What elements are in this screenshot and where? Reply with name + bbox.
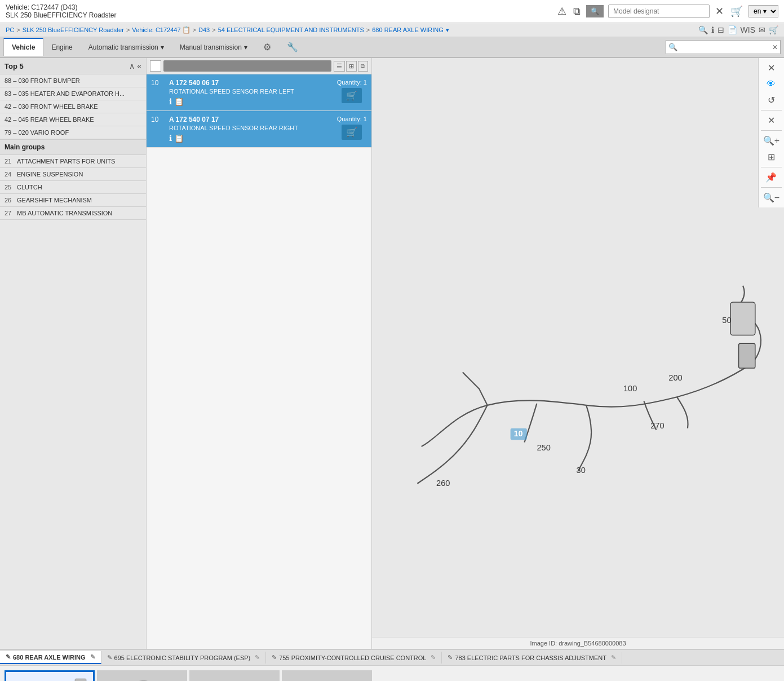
top5-item-0[interactable]: 88 – 030 FRONT BUMPER (0, 74, 146, 87)
vehicle-copy-icon[interactable]: 📋 (182, 26, 191, 34)
mail-btn[interactable]: ✉ (759, 25, 765, 34)
part-item-0[interactable]: 10 A 172 540 06 17 ROTATIONAL SPEED SENS… (147, 74, 371, 111)
main-group-item-1[interactable]: 24ENGINE SUSPENSION (0, 168, 146, 181)
breadcrumb-d43[interactable]: D43 (198, 26, 210, 33)
main-group-item-0[interactable]: 21ATTACHMENT PARTS FOR UNITS (0, 155, 146, 168)
pin-btn[interactable]: 📌 (761, 170, 782, 185)
group-name-2: CLUTCH (17, 184, 42, 191)
part-title-bar (163, 60, 331, 72)
bottom-tab-close-3[interactable]: ✎ (611, 654, 616, 661)
tab-vehicle[interactable]: Vehicle (3, 38, 43, 56)
diagram-area: 10 30 50 100 200 250 260 270 10 ✕ 👁 ↺ ✕ (372, 58, 784, 637)
top5-item-1[interactable]: 83 – 035 HEATER AND EVAPORATOR H... (0, 87, 146, 100)
group-num-4: 27 (5, 210, 17, 216)
part-item-1[interactable]: 10 A 172 540 07 17 ROTATIONAL SPEED SENS… (147, 111, 371, 148)
breadcrumb-rear-axle[interactable]: 680 REAR AXLE WIRING ▾ (372, 26, 449, 34)
breadcrumb-vehicle-model[interactable]: SLK 250 BlueEFFICIENCY Roadster (23, 26, 124, 33)
group-name-3: GEARSHIFT MECHANISM (17, 197, 92, 204)
breadcrumb-pc[interactable]: PC (6, 26, 14, 33)
tab-automatic-transmission[interactable]: Automatic transmission ▾ (81, 39, 172, 56)
list-view-btn[interactable]: ☰ (334, 61, 345, 72)
top5-minimize-btn[interactable]: « (137, 61, 141, 70)
center-panel: ☰ ⊞ ⧉ 10 A 172 540 06 17 ROTATIONAL SPEE… (147, 58, 372, 649)
bottom-tab-label-2: 755 PROXIMITY-CONTROLLED CRUISE CONTROL (279, 655, 426, 661)
top5-collapse-btn[interactable]: ∧ (129, 61, 135, 70)
search-clear-btn[interactable]: ✕ (714, 4, 725, 19)
expand-btn[interactable]: ⊞ (761, 149, 782, 165)
thumbnail-1[interactable] (97, 670, 187, 681)
top5-item-2[interactable]: 42 – 030 FRONT WHEEL BRAKE (0, 100, 146, 113)
group-num-1: 24 (5, 171, 17, 178)
bottom-tab-close-1[interactable]: ✎ (255, 654, 260, 661)
cart-tool-btn[interactable]: 🛒 (769, 25, 778, 34)
bottom-tab-1[interactable]: ✎ 695 ELECTRONIC STABILITY PROGRAM (ESP)… (101, 652, 267, 664)
zoom-in-btn[interactable]: 🔍 (698, 25, 708, 34)
group-name-1: ENGINE SUSPENSION (17, 171, 83, 178)
zoom-out-diagram-btn[interactable]: 🔍− (761, 190, 782, 205)
bottom-tab-0[interactable]: ✎ 680 REAR AXLE WIRING ✎ (0, 651, 101, 664)
tab-engine[interactable]: Engine (43, 39, 80, 56)
wis-btn[interactable]: WIS (741, 25, 755, 34)
tab-icon2-btn[interactable]: 🔧 (279, 37, 306, 57)
breadcrumb-electrical[interactable]: 54 ELECTRICAL EQUIPMENT AND INSTRUMENTS (218, 26, 364, 33)
part-doc-btn-0[interactable]: 📋 (174, 97, 184, 106)
part-info-btn-0[interactable]: ℹ (169, 97, 172, 106)
breadcrumb-vehicle-id[interactable]: Vehicle: C172447 (132, 26, 180, 33)
top5-item-4[interactable]: 79 – 020 VARIO ROOF (0, 126, 146, 139)
cross-btn[interactable]: ✕ (761, 113, 782, 128)
warning-icon-btn[interactable]: ⚠ (556, 4, 568, 19)
main-layout: Top 5 ∧ « 88 – 030 FRONT BUMPER83 – 035 … (0, 58, 784, 649)
top5-controls: ∧ « (129, 61, 141, 70)
part-code-1: A 172 540 07 17 (169, 116, 333, 123)
top5-item-3[interactable]: 42 – 045 REAR WHEEL BRAKE (0, 113, 146, 126)
part-info-btn-1[interactable]: ℹ (169, 134, 172, 143)
zoom-in-diagram-btn[interactable]: 🔍+ (761, 133, 782, 148)
history-btn[interactable]: ↺ (761, 92, 782, 108)
label-260: 260 (436, 479, 450, 488)
tab-icon1-btn[interactable]: ⚙ (255, 37, 279, 57)
tab-manual-transmission[interactable]: Manual transmission ▾ (172, 39, 255, 56)
tab-search-input[interactable] (680, 41, 770, 54)
close-diagram-btn[interactable]: ✕ (761, 60, 782, 76)
language-select[interactable]: en ▾ (748, 5, 778, 17)
part-pos-0: 10 (151, 79, 165, 87)
main-group-item-3[interactable]: 26GEARSHIFT MECHANISM (0, 194, 146, 207)
bottom-tab-3[interactable]: ✎ 783 ELECTRIC PARTS FOR CHASSIS ADJUSTM… (442, 652, 622, 664)
top5-title: Top 5 (5, 62, 24, 70)
document-btn[interactable]: 📄 (728, 25, 737, 34)
bottom-tab-close-0[interactable]: ✎ (90, 653, 95, 661)
bottom-tab-close-2[interactable]: ✎ (431, 654, 436, 661)
vehicle-info: Vehicle: C172447 (D43) SLK 250 BlueEFFIC… (6, 3, 552, 19)
main-group-item-4[interactable]: 27MB AUTOMATIC TRANSMISSION (0, 207, 146, 220)
breadcrumb-tools: 🔍 ℹ ⊟ 📄 WIS ✉ 🛒 (698, 25, 778, 34)
bottom-tab-2[interactable]: ✎ 755 PROXIMITY-CONTROLLED CRUISE CONTRO… (266, 652, 442, 664)
thumbnail-2[interactable] (189, 670, 280, 681)
tab-search-clear[interactable]: ✕ (770, 41, 780, 54)
add-to-cart-btn-1[interactable]: 🛒 (342, 125, 362, 140)
eye-btn[interactable]: 👁 (761, 77, 782, 91)
quantity-label-0: Quantity: 1 (337, 79, 367, 86)
header-icons: ⚠ ⧉ 🔍 ✕ 🛒 en ▾ (556, 4, 778, 19)
copy-icon-btn[interactable]: ⧉ (572, 5, 582, 19)
right-toolbar: ✕ 👁 ↺ ✕ 🔍+ ⊞ 📌 🔍− (758, 58, 784, 207)
tab-dropdown-icon: ▾ (161, 43, 164, 51)
main-group-item-2[interactable]: 25CLUTCH (0, 181, 146, 194)
bottom-tab-label-1: 695 ELECTRONIC STABILITY PROGRAM (ESP) (114, 655, 251, 661)
cart-button[interactable]: 🛒 (729, 4, 744, 19)
part-name-1: ROTATIONAL SPEED SENSOR REAR RIGHT (169, 125, 333, 131)
search-button[interactable]: 🔍 (586, 5, 604, 17)
info-btn[interactable]: ℹ (711, 25, 714, 34)
thumbnail-3[interactable] (282, 670, 372, 681)
grid-view-btn[interactable]: ⊞ (346, 61, 357, 72)
label-250: 250 (537, 443, 550, 452)
part-doc-btn-1[interactable]: 📋 (174, 134, 184, 143)
tabs-bar: Vehicle Engine Automatic transmission ▾ … (0, 37, 784, 58)
bottom-tab-icon-2: ✎ (272, 654, 277, 661)
add-to-cart-btn-0[interactable]: 🛒 (342, 88, 362, 103)
thumbnail-0[interactable] (5, 670, 95, 681)
filter-btn[interactable]: ⊟ (717, 25, 724, 34)
label-50: 50 (722, 316, 731, 325)
thumb-inner-3 (283, 671, 371, 681)
model-search-input[interactable] (608, 5, 710, 18)
copy-view-btn[interactable]: ⧉ (358, 61, 368, 72)
